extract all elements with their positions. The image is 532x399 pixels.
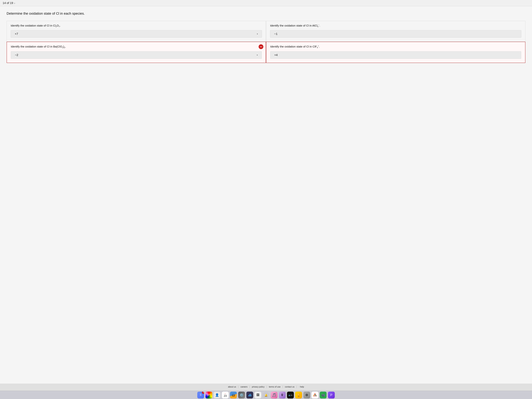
dropdown-arrow-3: ▾ xyxy=(257,54,258,56)
footer-privacy[interactable]: privacy policy xyxy=(250,386,267,388)
question-cell-2: Identify the oxidation state of Cl in Al… xyxy=(266,21,526,42)
calendar-day: 23 xyxy=(224,394,227,397)
purple-app-icon: P xyxy=(330,393,332,397)
answer-box-2: −1 xyxy=(270,30,521,38)
footer-contact[interactable]: contact us xyxy=(283,386,297,388)
question-label-4: Identify the oxidation state of Cl in Cl… xyxy=(270,44,521,49)
footer-careers[interactable]: careers xyxy=(238,386,250,388)
facetime-icon: 📹 xyxy=(321,393,325,397)
question-cell-1: Identify the oxidation state of Cl in Cl… xyxy=(6,21,266,42)
answer-value-4: +4 xyxy=(274,53,278,57)
contacts-icon: 👤 xyxy=(215,393,219,397)
footer-about[interactable]: about us xyxy=(226,386,238,388)
dock-cog[interactable]: ⚙ xyxy=(303,392,310,399)
notch-icon: 🔔 xyxy=(264,394,268,397)
questions-grid: Identify the oxidation state of Cl in Cl… xyxy=(6,21,526,63)
cog-icon: ⚙ xyxy=(305,393,308,397)
launchpad-icon: ⠿ xyxy=(200,393,202,397)
footer-help[interactable]: · help xyxy=(297,386,306,388)
system-prefs-icon: ⚙️ xyxy=(240,393,244,397)
question-counter: 14 of 19 xyxy=(3,1,13,5)
calendar-month: — xyxy=(225,393,226,394)
answer-value-1: +7 xyxy=(15,32,18,36)
footer-links: about us careers privacy policy terms of… xyxy=(226,386,306,388)
dock-notch[interactable]: 🔔 xyxy=(263,392,269,399)
dock-notes[interactable]: 🏆 xyxy=(295,392,302,399)
question-label-1: Identify the oxidation state of Cl in Cl… xyxy=(11,24,262,28)
footer: about us careers privacy policy terms of… xyxy=(0,384,532,391)
error-icon xyxy=(259,44,263,49)
photos2-icon: 🖼 xyxy=(256,393,260,397)
svg-rect-2 xyxy=(249,394,250,396)
question-cell-3: Identify the oxidation state of Cl in Ba… xyxy=(6,42,266,63)
dock-music[interactable]: 🎵 xyxy=(271,392,278,399)
dock-podcast[interactable]: 🎙 xyxy=(279,392,286,399)
svg-rect-4 xyxy=(251,394,251,396)
photos-icon xyxy=(207,393,211,397)
dock-contacts[interactable]: 👤 xyxy=(214,392,221,399)
dock-calendar[interactable]: — 23 xyxy=(222,392,229,399)
dock-launchpad[interactable]: ⠿ 1 xyxy=(197,392,204,399)
top-navigation: 14 of 19 › xyxy=(0,0,532,6)
dock-badge: 1 xyxy=(202,392,204,394)
answer-dropdown-3[interactable]: −2 ▾ xyxy=(11,51,262,59)
answer-value-3: −2 xyxy=(15,53,18,57)
dock-appletv[interactable]: 📺 tv xyxy=(287,392,294,399)
dock-chrome[interactable] xyxy=(311,392,318,399)
question-label-3: Identify the oxidation state of Cl in Ba… xyxy=(11,44,262,49)
dock-photos2[interactable]: 🖼 xyxy=(254,392,261,399)
main-content: Determine the oxidation state of Cl in e… xyxy=(0,6,532,384)
chrome-icon xyxy=(313,393,317,397)
dock-system-prefs[interactable]: ⚙️ xyxy=(238,392,245,399)
page-title: Determine the oxidation state of Cl in e… xyxy=(6,12,526,16)
dropdown-arrow-1: ▾ xyxy=(257,33,258,35)
next-chevron[interactable]: › xyxy=(14,2,15,5)
notes-icon: 🏆 xyxy=(297,393,300,397)
dock-finder[interactable]: 🗂 xyxy=(230,392,237,399)
music-icon: 🎵 xyxy=(272,393,276,397)
answer-value-2: −1 xyxy=(274,32,278,36)
podcast-icon: 🎙 xyxy=(281,393,284,397)
finder-icon: 🗂 xyxy=(232,393,235,397)
macos-dock: ⠿ 1 👤 — 23 🗂 ⚙️ � xyxy=(0,391,532,399)
stats-icon xyxy=(248,393,252,397)
answer-dropdown-1[interactable]: +7 ▾ xyxy=(11,30,262,38)
dock-photos[interactable] xyxy=(205,392,212,399)
dock-purple[interactable]: P xyxy=(328,392,335,399)
appletv-label: 📺 tv xyxy=(288,394,292,396)
answer-box-4: +4 xyxy=(270,51,521,59)
question-label-2: Identify the oxidation state of Cl in Al… xyxy=(270,24,521,28)
footer-terms[interactable]: terms of use xyxy=(267,386,283,388)
question-cell-4: Identify the oxidation state of Cl in Cl… xyxy=(266,42,526,63)
svg-rect-3 xyxy=(250,394,251,396)
dock-facetime[interactable]: 📹 xyxy=(320,392,327,399)
dock-stats[interactable] xyxy=(246,392,253,399)
svg-rect-1 xyxy=(248,395,249,396)
